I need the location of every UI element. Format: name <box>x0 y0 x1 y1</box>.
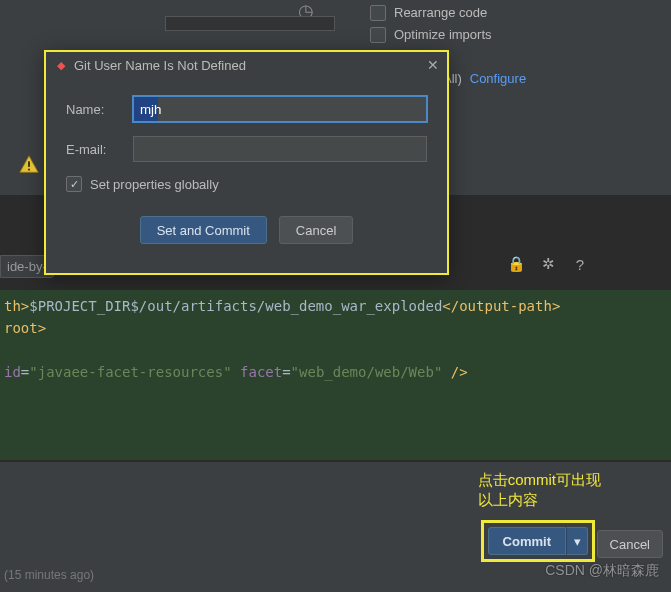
gear-icon[interactable]: ✲ <box>537 255 559 273</box>
git-username-dialog: ◆ Git User Name Is Not Defined ✕ Name: E… <box>44 50 449 275</box>
name-input[interactable] <box>133 96 427 122</box>
diff-view: th>$PROJECT_DIR$/out/artifacts/web_demo_… <box>0 290 671 460</box>
name-label: Name: <box>66 102 121 117</box>
commit-button[interactable]: Commit <box>488 527 566 555</box>
configure-link[interactable]: Configure <box>470 68 526 90</box>
commit-dropdown[interactable]: ▾ <box>566 527 588 555</box>
close-icon[interactable]: ✕ <box>427 57 439 73</box>
watermark: CSDN @林暗森鹿 <box>545 562 659 580</box>
set-and-commit-button[interactable]: Set and Commit <box>140 216 267 244</box>
checkbox-optimize[interactable] <box>370 27 386 43</box>
checkbox-rearrange[interactable] <box>370 5 386 21</box>
lock-icon[interactable]: 🔒 <box>505 255 527 273</box>
svg-rect-1 <box>28 169 30 171</box>
dialog-title: Git User Name Is Not Defined <box>74 58 246 73</box>
email-input[interactable] <box>133 136 427 162</box>
commit-highlight: Commit ▾ <box>481 520 595 562</box>
xml-text: $PROJECT_DIR$/out/artifacts/web_demo_war… <box>29 298 442 314</box>
xml-text: th> <box>4 298 29 314</box>
attr-val: "web_demo/web/Web" <box>291 364 443 380</box>
checkbox-globally[interactable]: ✓ <box>66 176 82 192</box>
dialog-titlebar: ◆ Git User Name Is Not Defined ✕ <box>46 52 447 78</box>
svg-rect-0 <box>28 161 30 167</box>
cancel-button-2[interactable]: Cancel <box>597 530 663 558</box>
message-input-strip[interactable] <box>165 16 335 31</box>
footer-hint: (15 minutes ago) <box>4 568 94 582</box>
email-label: E-mail: <box>66 142 121 157</box>
annotation-text: 点击commit可出现 以上内容 <box>478 470 601 510</box>
attr-val: "javaee-facet-resources" <box>29 364 231 380</box>
attr-facet: facet <box>232 364 283 380</box>
toolbar-icons: 🔒 ✲ ? <box>505 255 591 273</box>
opt-label: Optimize imports <box>394 24 492 46</box>
help-icon[interactable]: ? <box>569 256 591 273</box>
globally-label: Set properties globally <box>90 177 219 192</box>
git-icon: ◆ <box>54 58 68 72</box>
xml-text: root <box>4 320 38 336</box>
attr-id: id <box>4 364 21 380</box>
warning-icon <box>18 154 40 176</box>
xml-close: </output-path> <box>442 298 560 314</box>
cancel-button[interactable]: Cancel <box>279 216 353 244</box>
opt-label: Rearrange code <box>394 2 487 24</box>
xml-text: > <box>38 320 46 336</box>
